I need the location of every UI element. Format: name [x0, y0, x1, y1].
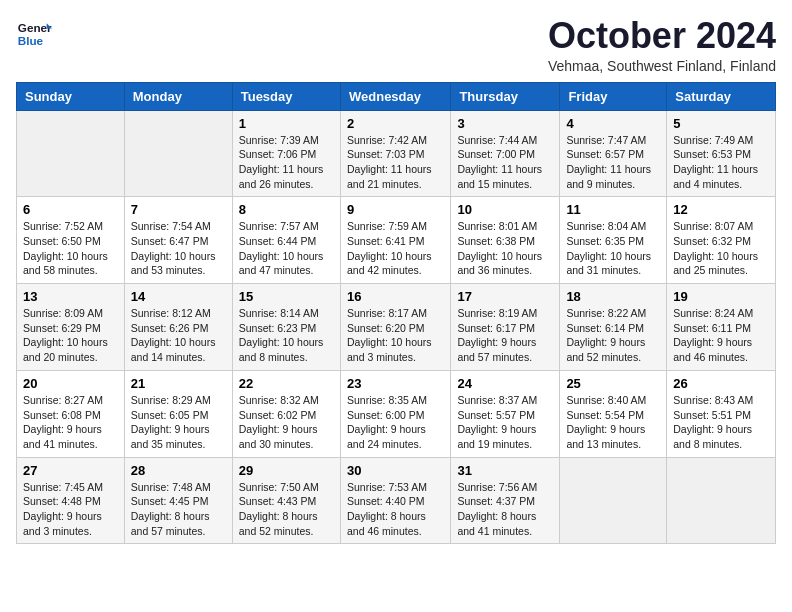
weekday-header-thursday: Thursday — [451, 82, 560, 110]
calendar-cell: 18Sunrise: 8:22 AMSunset: 6:14 PMDayligh… — [560, 284, 667, 371]
day-number: 7 — [131, 202, 226, 217]
day-number: 16 — [347, 289, 444, 304]
day-number: 9 — [347, 202, 444, 217]
calendar-cell — [17, 110, 125, 197]
calendar-cell: 8Sunrise: 7:57 AMSunset: 6:44 PMDaylight… — [232, 197, 340, 284]
calendar-table: SundayMondayTuesdayWednesdayThursdayFrid… — [16, 82, 776, 545]
day-info: Sunrise: 7:59 AMSunset: 6:41 PMDaylight:… — [347, 219, 444, 278]
day-number: 6 — [23, 202, 118, 217]
day-info: Sunrise: 8:07 AMSunset: 6:32 PMDaylight:… — [673, 219, 769, 278]
calendar-cell: 9Sunrise: 7:59 AMSunset: 6:41 PMDaylight… — [340, 197, 450, 284]
day-info: Sunrise: 7:52 AMSunset: 6:50 PMDaylight:… — [23, 219, 118, 278]
day-info: Sunrise: 7:42 AMSunset: 7:03 PMDaylight:… — [347, 133, 444, 192]
calendar-cell: 29Sunrise: 7:50 AMSunset: 4:43 PMDayligh… — [232, 457, 340, 544]
day-info: Sunrise: 7:39 AMSunset: 7:06 PMDaylight:… — [239, 133, 334, 192]
day-number: 25 — [566, 376, 660, 391]
day-info: Sunrise: 8:29 AMSunset: 6:05 PMDaylight:… — [131, 393, 226, 452]
day-number: 13 — [23, 289, 118, 304]
day-number: 19 — [673, 289, 769, 304]
calendar-cell: 22Sunrise: 8:32 AMSunset: 6:02 PMDayligh… — [232, 370, 340, 457]
calendar-cell: 7Sunrise: 7:54 AMSunset: 6:47 PMDaylight… — [124, 197, 232, 284]
day-number: 24 — [457, 376, 553, 391]
day-info: Sunrise: 8:04 AMSunset: 6:35 PMDaylight:… — [566, 219, 660, 278]
calendar-cell — [560, 457, 667, 544]
day-info: Sunrise: 7:53 AMSunset: 4:40 PMDaylight:… — [347, 480, 444, 539]
calendar-cell: 26Sunrise: 8:43 AMSunset: 5:51 PMDayligh… — [667, 370, 776, 457]
day-info: Sunrise: 8:37 AMSunset: 5:57 PMDaylight:… — [457, 393, 553, 452]
month-title: October 2024 — [548, 16, 776, 56]
weekday-header-friday: Friday — [560, 82, 667, 110]
calendar-cell: 31Sunrise: 7:56 AMSunset: 4:37 PMDayligh… — [451, 457, 560, 544]
calendar-week-2: 6Sunrise: 7:52 AMSunset: 6:50 PMDaylight… — [17, 197, 776, 284]
calendar-cell: 17Sunrise: 8:19 AMSunset: 6:17 PMDayligh… — [451, 284, 560, 371]
calendar-cell: 5Sunrise: 7:49 AMSunset: 6:53 PMDaylight… — [667, 110, 776, 197]
day-number: 30 — [347, 463, 444, 478]
calendar-cell: 30Sunrise: 7:53 AMSunset: 4:40 PMDayligh… — [340, 457, 450, 544]
day-info: Sunrise: 8:40 AMSunset: 5:54 PMDaylight:… — [566, 393, 660, 452]
day-info: Sunrise: 7:48 AMSunset: 4:45 PMDaylight:… — [131, 480, 226, 539]
calendar-cell: 21Sunrise: 8:29 AMSunset: 6:05 PMDayligh… — [124, 370, 232, 457]
day-number: 18 — [566, 289, 660, 304]
weekday-header-sunday: Sunday — [17, 82, 125, 110]
day-number: 22 — [239, 376, 334, 391]
day-number: 10 — [457, 202, 553, 217]
weekday-header-wednesday: Wednesday — [340, 82, 450, 110]
calendar-cell: 10Sunrise: 8:01 AMSunset: 6:38 PMDayligh… — [451, 197, 560, 284]
day-info: Sunrise: 8:17 AMSunset: 6:20 PMDaylight:… — [347, 306, 444, 365]
calendar-cell: 12Sunrise: 8:07 AMSunset: 6:32 PMDayligh… — [667, 197, 776, 284]
calendar-week-4: 20Sunrise: 8:27 AMSunset: 6:08 PMDayligh… — [17, 370, 776, 457]
calendar-cell: 2Sunrise: 7:42 AMSunset: 7:03 PMDaylight… — [340, 110, 450, 197]
calendar-cell: 14Sunrise: 8:12 AMSunset: 6:26 PMDayligh… — [124, 284, 232, 371]
day-info: Sunrise: 7:45 AMSunset: 4:48 PMDaylight:… — [23, 480, 118, 539]
calendar-cell: 1Sunrise: 7:39 AMSunset: 7:06 PMDaylight… — [232, 110, 340, 197]
day-number: 8 — [239, 202, 334, 217]
day-info: Sunrise: 8:01 AMSunset: 6:38 PMDaylight:… — [457, 219, 553, 278]
day-number: 20 — [23, 376, 118, 391]
day-number: 14 — [131, 289, 226, 304]
calendar-cell: 20Sunrise: 8:27 AMSunset: 6:08 PMDayligh… — [17, 370, 125, 457]
calendar-cell — [124, 110, 232, 197]
day-number: 1 — [239, 116, 334, 131]
day-number: 3 — [457, 116, 553, 131]
calendar-week-5: 27Sunrise: 7:45 AMSunset: 4:48 PMDayligh… — [17, 457, 776, 544]
day-number: 26 — [673, 376, 769, 391]
day-info: Sunrise: 7:50 AMSunset: 4:43 PMDaylight:… — [239, 480, 334, 539]
day-number: 27 — [23, 463, 118, 478]
day-info: Sunrise: 7:57 AMSunset: 6:44 PMDaylight:… — [239, 219, 334, 278]
day-info: Sunrise: 8:22 AMSunset: 6:14 PMDaylight:… — [566, 306, 660, 365]
calendar-cell: 28Sunrise: 7:48 AMSunset: 4:45 PMDayligh… — [124, 457, 232, 544]
day-number: 23 — [347, 376, 444, 391]
day-info: Sunrise: 7:54 AMSunset: 6:47 PMDaylight:… — [131, 219, 226, 278]
logo: General Blue — [16, 16, 52, 52]
calendar-cell: 27Sunrise: 7:45 AMSunset: 4:48 PMDayligh… — [17, 457, 125, 544]
day-info: Sunrise: 8:35 AMSunset: 6:00 PMDaylight:… — [347, 393, 444, 452]
day-info: Sunrise: 7:47 AMSunset: 6:57 PMDaylight:… — [566, 133, 660, 192]
day-number: 4 — [566, 116, 660, 131]
day-info: Sunrise: 8:14 AMSunset: 6:23 PMDaylight:… — [239, 306, 334, 365]
day-number: 5 — [673, 116, 769, 131]
calendar-cell: 19Sunrise: 8:24 AMSunset: 6:11 PMDayligh… — [667, 284, 776, 371]
day-info: Sunrise: 8:27 AMSunset: 6:08 PMDaylight:… — [23, 393, 118, 452]
day-number: 15 — [239, 289, 334, 304]
day-info: Sunrise: 8:43 AMSunset: 5:51 PMDaylight:… — [673, 393, 769, 452]
calendar-cell — [667, 457, 776, 544]
day-number: 2 — [347, 116, 444, 131]
day-number: 29 — [239, 463, 334, 478]
calendar-cell: 3Sunrise: 7:44 AMSunset: 7:00 PMDaylight… — [451, 110, 560, 197]
location: Vehmaa, Southwest Finland, Finland — [548, 58, 776, 74]
calendar-cell: 23Sunrise: 8:35 AMSunset: 6:00 PMDayligh… — [340, 370, 450, 457]
day-number: 28 — [131, 463, 226, 478]
calendar-cell: 11Sunrise: 8:04 AMSunset: 6:35 PMDayligh… — [560, 197, 667, 284]
day-info: Sunrise: 7:56 AMSunset: 4:37 PMDaylight:… — [457, 480, 553, 539]
day-info: Sunrise: 8:12 AMSunset: 6:26 PMDaylight:… — [131, 306, 226, 365]
calendar-cell: 16Sunrise: 8:17 AMSunset: 6:20 PMDayligh… — [340, 284, 450, 371]
day-info: Sunrise: 8:09 AMSunset: 6:29 PMDaylight:… — [23, 306, 118, 365]
svg-text:Blue: Blue — [18, 34, 44, 47]
calendar-cell: 4Sunrise: 7:47 AMSunset: 6:57 PMDaylight… — [560, 110, 667, 197]
day-info: Sunrise: 8:19 AMSunset: 6:17 PMDaylight:… — [457, 306, 553, 365]
day-number: 21 — [131, 376, 226, 391]
calendar-cell: 24Sunrise: 8:37 AMSunset: 5:57 PMDayligh… — [451, 370, 560, 457]
title-block: October 2024 Vehmaa, Southwest Finland, … — [548, 16, 776, 74]
weekday-header-monday: Monday — [124, 82, 232, 110]
day-number: 17 — [457, 289, 553, 304]
